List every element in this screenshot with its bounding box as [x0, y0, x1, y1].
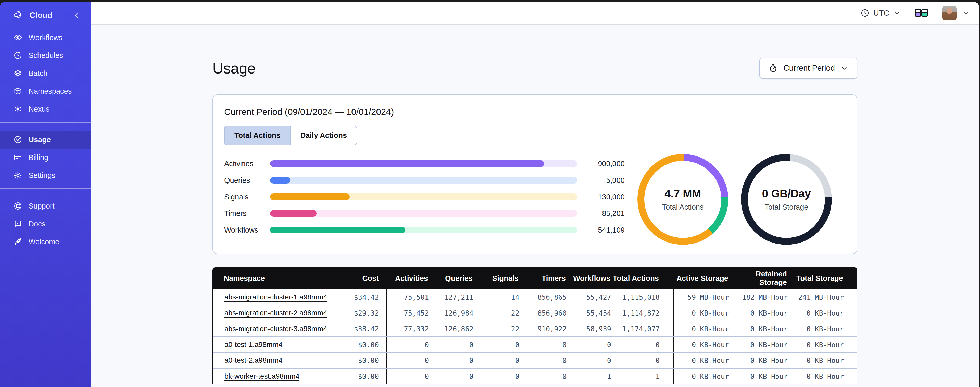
- cell-total-storage: 0 KB-Hour: [795, 353, 858, 368]
- cell-retained-storage: 0 KB-Hour: [736, 321, 795, 336]
- sidebar-item-label: Usage: [29, 136, 51, 144]
- namespace-link[interactable]: bk-worker-test.a98mm4: [224, 372, 299, 381]
- donut-value: 0 GB/Day: [762, 187, 811, 200]
- namespace-link[interactable]: a0-test-2.a98mm4: [224, 357, 282, 365]
- life-buoy-icon: [13, 201, 22, 211]
- table-header: Namespace Cost Activities Queries Signal…: [213, 267, 857, 289]
- sidebar-item-support[interactable]: Support: [0, 197, 91, 215]
- namespace-link[interactable]: abs-migration-cluster-3.a98mm4: [224, 325, 327, 333]
- namespace-link[interactable]: abs-migration-cluster-1.a98mm4: [224, 293, 327, 301]
- cell-total-actions: 1,114,872: [611, 305, 660, 321]
- cell-activities: 0: [387, 353, 429, 368]
- sidebar-item-label: Docs: [29, 220, 45, 228]
- current-period-panel: Current Period (09/01/2024 — 10/01/2024)…: [213, 94, 857, 254]
- account-menu[interactable]: [942, 6, 970, 20]
- sidebar-item-label: Billing: [29, 154, 48, 162]
- sidebar-item-docs[interactable]: Docs: [0, 215, 91, 233]
- cell-retained-storage: 0 KB-Hour: [736, 305, 795, 321]
- cell-activities: 77,332: [387, 321, 429, 336]
- cell-queries: 0: [429, 337, 473, 352]
- credit-card-icon: [13, 153, 22, 162]
- sidebar-item-batch[interactable]: Batch: [0, 64, 91, 82]
- bar-track: [270, 227, 577, 233]
- cell-total-actions: 0: [611, 353, 660, 368]
- period-selector-label: Current Period: [783, 64, 835, 73]
- layers-icon: [13, 69, 22, 78]
- cell-total-storage: 241 MB-Hour: [795, 289, 858, 305]
- sidebar-item-label: Schedules: [29, 51, 63, 60]
- sidebar-item-label: Workflows: [29, 34, 62, 42]
- column-header-timers: Timers: [519, 274, 566, 283]
- sidebar-item-label: Namespaces: [29, 87, 72, 96]
- cell-queries: 0: [429, 369, 473, 384]
- timezone-selector[interactable]: UTC: [861, 9, 900, 18]
- cell-activities: 75,452: [387, 305, 429, 321]
- cell-activities: 0: [387, 337, 429, 352]
- bar-value: 85,201: [577, 209, 625, 218]
- sidebar-item-label: Welcome: [29, 238, 59, 246]
- cell-active-storage: 0 KB-Hour: [674, 321, 736, 336]
- box-icon: [13, 86, 22, 96]
- cell-timers: 910,922: [519, 321, 566, 336]
- bar-track: [270, 160, 577, 167]
- cell-activities: 0: [387, 369, 429, 384]
- bar-value: 5,000: [577, 176, 625, 185]
- bar-label: Signals: [224, 193, 270, 201]
- glasses-icon: [915, 8, 928, 18]
- bar-row-timers: Timers 85,201: [224, 208, 625, 219]
- page-title: Usage: [213, 59, 255, 77]
- namespace-link[interactable]: a0-test-1.a98mm4: [224, 341, 282, 349]
- total-storage-donut: 0 GB/Day Total Storage: [741, 154, 832, 245]
- donut-value: 4.7 MM: [665, 187, 701, 200]
- column-header-workflows: Workflows: [566, 274, 610, 283]
- column-header-queries: Queries: [428, 274, 473, 283]
- sidebar-item-billing[interactable]: Billing: [0, 149, 91, 166]
- tab-daily-actions[interactable]: Daily Actions: [290, 126, 356, 145]
- cell-signals: 14: [473, 289, 519, 305]
- sidebar-collapse-button[interactable]: [72, 11, 81, 19]
- cell-queries: 126,862: [429, 321, 473, 336]
- sidebar-item-label: Support: [29, 202, 54, 210]
- cell-workflows: 1: [566, 369, 611, 384]
- cell-retained-storage: 0 KB-Hour: [736, 369, 795, 384]
- column-header-activities: Activities: [386, 274, 428, 283]
- sidebar-item-workflows[interactable]: Workflows: [0, 29, 91, 46]
- cell-queries: 127,211: [429, 289, 473, 305]
- sidebar: Cloud Workflows Schedules Batch Namespac…: [0, 2, 91, 387]
- labs-toggle-button[interactable]: [915, 8, 928, 18]
- period-selector-button[interactable]: Current Period: [759, 58, 857, 78]
- sidebar-item-settings[interactable]: Settings: [0, 166, 91, 184]
- cell-cost: $34.42: [331, 289, 387, 305]
- bar-value: 130,000: [577, 193, 625, 201]
- cell-total-actions: 1: [611, 369, 660, 384]
- sidebar-item-nexus[interactable]: Nexus: [0, 100, 91, 118]
- tab-total-actions[interactable]: Total Actions: [225, 126, 290, 145]
- timezone-label: UTC: [873, 9, 889, 18]
- sidebar-item-label: Batch: [29, 69, 48, 78]
- gauge-icon: [13, 135, 22, 144]
- sidebar-divider: [0, 122, 91, 123]
- sidebar-header: Cloud: [0, 2, 91, 29]
- cell-workflows: 55,427: [566, 289, 611, 305]
- sidebar-item-namespaces[interactable]: Namespaces: [0, 82, 91, 100]
- namespace-link[interactable]: abs-migration-cluster-2.a98mm4: [224, 309, 327, 317]
- bar-label: Workflows: [224, 226, 270, 234]
- sidebar-item-usage[interactable]: Usage: [0, 131, 91, 149]
- cell-total-storage: 0 KB-Hour: [795, 369, 858, 384]
- cell-cost: $29.32: [331, 305, 387, 321]
- table-row: a0-test-2.a98mm4 $0.00 0 0 0 0 0 0 0 KB-…: [213, 353, 856, 369]
- table-row: bk-worker-test.a98mm4 $0.00 0 0 0 0 1 1 …: [213, 369, 856, 384]
- bar-track: [270, 210, 577, 217]
- column-header-signals: Signals: [473, 274, 519, 283]
- cell-cost: $0.00: [331, 353, 387, 368]
- cell-retained-storage: 182 MB-Hour: [736, 289, 795, 305]
- asterisk-icon: [13, 104, 22, 114]
- total-actions-donut: 4.7 MM Total Actions: [638, 154, 728, 245]
- table-row: abs-migration-cluster-3.a98mm4 $38.42 77…: [213, 321, 856, 337]
- cell-total-storage: 0 KB-Hour: [795, 337, 858, 352]
- cell-timers: 0: [519, 337, 566, 352]
- table-row: abs-migration-cluster-2.a98mm4 $29.32 75…: [213, 305, 856, 321]
- cell-queries: 0: [429, 353, 473, 368]
- sidebar-item-schedules[interactable]: Schedules: [0, 46, 91, 64]
- sidebar-item-welcome[interactable]: Welcome: [0, 233, 91, 251]
